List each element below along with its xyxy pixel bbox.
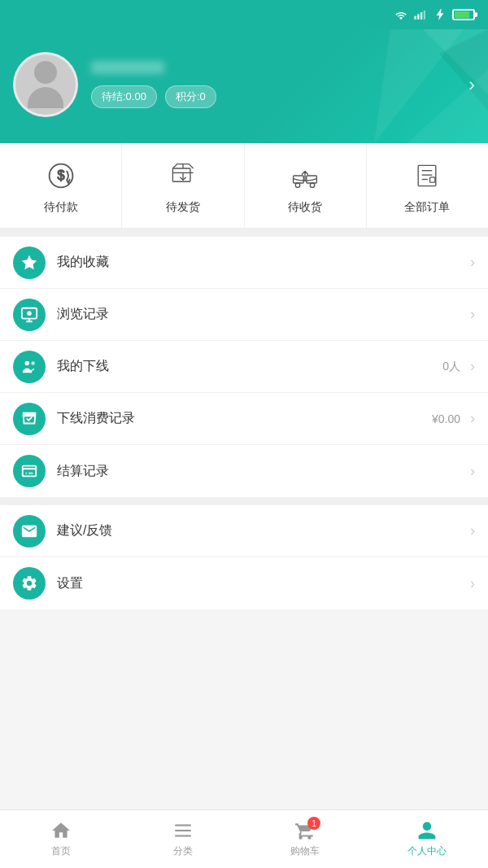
menu-item-my-downline[interactable]: 我的下线 0人 › <box>0 341 488 393</box>
settle-icon <box>20 462 38 480</box>
svg-point-24 <box>27 311 32 316</box>
pending-ship-icon <box>167 159 199 192</box>
pending-amount-badge: 待结:0.00 <box>91 85 157 108</box>
feedback-icon <box>20 522 38 540</box>
battery-icon <box>452 9 475 20</box>
nav-item-profile[interactable]: 个人中心 <box>366 810 488 868</box>
settle-record-icon-wrap <box>13 455 46 487</box>
svg-point-17 <box>310 183 314 187</box>
menu-section-1: 我的收藏 › 浏览记录 › 我的下线 0人 › <box>0 237 488 497</box>
favorites-icon-wrap <box>13 246 46 279</box>
points-badge: 积分:0 <box>165 85 216 108</box>
svg-rect-1 <box>417 14 419 20</box>
quick-action-pending-ship[interactable]: 待发货 <box>122 143 244 228</box>
browse-history-label: 浏览记录 <box>57 306 460 323</box>
my-downline-label: 我的下线 <box>57 358 442 375</box>
svg-rect-10 <box>172 168 190 181</box>
cart-icon-wrap: 1 <box>294 820 316 841</box>
svg-rect-22 <box>430 177 435 182</box>
downline-icon <box>20 358 38 376</box>
downline-consume-label: 下线消费记录 <box>57 410 432 427</box>
menu-item-downline-consume[interactable]: 下线消费记录 ¥0.00 › <box>0 393 488 445</box>
profile-info: 待结:0.00 积分:0 <box>91 61 462 108</box>
monitor-icon <box>20 306 38 324</box>
person-icon <box>416 820 438 841</box>
favorites-chevron: › <box>470 254 475 271</box>
svg-rect-18 <box>419 165 437 185</box>
my-downline-icon-wrap <box>13 351 46 383</box>
profile-name <box>91 61 462 77</box>
nav-category-label: 分类 <box>173 844 193 858</box>
pending-ship-label: 待发货 <box>166 200 200 215</box>
svg-rect-3 <box>424 11 425 20</box>
svg-text:$: $ <box>57 168 64 182</box>
section-separator-1 <box>0 229 488 237</box>
browse-history-chevron: › <box>470 306 475 323</box>
cart-badge-count: 1 <box>307 817 320 830</box>
profile-nav-icon <box>416 820 438 841</box>
avatar[interactable] <box>13 52 78 117</box>
status-icons <box>394 9 475 20</box>
section-separator-2 <box>0 497 488 505</box>
menu-section-2: 建议/反馈 › 设置 › <box>0 505 488 609</box>
menu-item-settle-record[interactable]: 结算记录 › <box>0 445 488 497</box>
menu-item-favorites[interactable]: 我的收藏 › <box>0 237 488 289</box>
settings-icon <box>20 574 38 592</box>
all-orders-label: 全部订单 <box>404 200 450 215</box>
profile-badges: 待结:0.00 积分:0 <box>91 85 462 108</box>
settings-label: 设置 <box>57 575 460 592</box>
feedback-icon-wrap <box>13 515 46 547</box>
pending-receive-icon <box>289 159 321 192</box>
bottom-nav: 首页 分类 1 购物车 个人中心 <box>0 809 488 868</box>
feedback-chevron: › <box>470 522 475 539</box>
feedback-label: 建议/反馈 <box>57 522 460 539</box>
nav-item-home[interactable]: 首页 <box>0 810 122 868</box>
svg-rect-0 <box>415 16 416 20</box>
nav-cart-label: 购物车 <box>290 844 320 858</box>
settle-record-label: 结算记录 <box>57 463 460 480</box>
nav-item-category[interactable]: 分类 <box>122 810 244 868</box>
consume-icon <box>20 410 38 428</box>
quick-actions-row: $ 待付款 待发货 <box>0 143 488 229</box>
star-icon <box>20 254 38 272</box>
my-downline-chevron: › <box>470 358 475 375</box>
downline-consume-chevron: › <box>470 410 475 427</box>
category-icon <box>172 820 194 841</box>
quick-action-pending-receive[interactable]: 待收货 <box>245 143 367 228</box>
settle-record-chevron: › <box>470 463 475 480</box>
charging-icon <box>433 9 447 20</box>
quick-action-pending-payment[interactable]: $ 待付款 <box>0 143 122 228</box>
pending-payment-label: 待付款 <box>44 200 78 215</box>
pending-receive-label: 待收货 <box>288 200 322 215</box>
downline-consume-value: ¥0.00 <box>432 412 460 425</box>
svg-rect-2 <box>420 12 422 20</box>
browse-history-icon-wrap <box>13 299 46 331</box>
home-icon <box>50 820 72 841</box>
my-downline-value: 0人 <box>442 360 460 374</box>
pending-payment-icon: $ <box>45 159 77 192</box>
menu-item-feedback[interactable]: 建议/反馈 › <box>0 505 488 557</box>
signal-icon <box>413 9 428 20</box>
favorites-label: 我的收藏 <box>57 254 460 271</box>
nav-profile-label: 个人中心 <box>407 844 447 858</box>
settings-icon-wrap <box>13 567 46 600</box>
all-orders-icon <box>411 159 443 192</box>
svg-point-26 <box>31 361 35 365</box>
quick-action-all-orders[interactable]: 全部订单 <box>367 143 488 228</box>
nav-home-label: 首页 <box>51 844 71 858</box>
menu-item-browse-history[interactable]: 浏览记录 › <box>0 289 488 341</box>
downline-consume-icon-wrap <box>13 403 46 435</box>
profile-header: 待结:0.00 积分:0 › <box>0 29 488 143</box>
menu-item-settings[interactable]: 设置 › <box>0 557 488 609</box>
wifi-icon <box>394 9 408 20</box>
svg-point-16 <box>295 183 299 187</box>
settings-chevron: › <box>470 575 475 592</box>
status-bar <box>0 0 488 29</box>
profile-arrow[interactable]: › <box>468 73 475 96</box>
svg-point-25 <box>25 360 30 365</box>
nav-item-cart[interactable]: 1 购物车 <box>244 810 366 868</box>
